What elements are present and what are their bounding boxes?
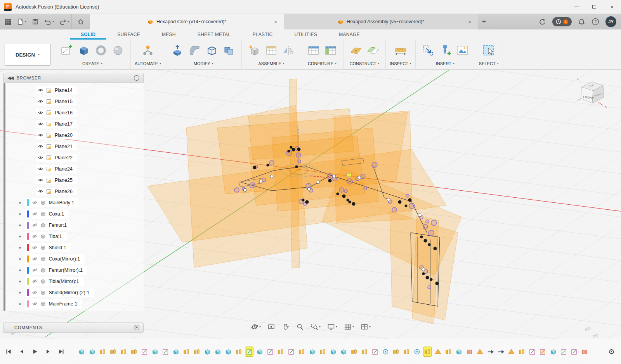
timeline-feature-joint[interactable] [182, 347, 190, 356]
group-label-select[interactable]: SELECT▾ [479, 61, 499, 66]
shell-button[interactable] [203, 41, 220, 60]
group-label-inspect[interactable]: INSPECT▾ [390, 61, 411, 66]
timeline-feature-sketch[interactable] [141, 347, 148, 356]
visibility-eye-off-icon[interactable] [32, 200, 37, 205]
sync-status-icon[interactable] [539, 18, 546, 26]
comments-bar[interactable]: COMMENTS + [3, 323, 144, 333]
timeline-feature-sketch[interactable] [570, 347, 578, 356]
maximize-button[interactable] [585, 0, 603, 14]
visibility-eye-off-icon[interactable] [32, 212, 37, 216]
browser-component-row[interactable]: ▸ Tibia(Mirror):1 [3, 276, 144, 287]
visibility-eye-icon[interactable] [38, 110, 43, 115]
zoom-window-button[interactable]: ▾ [310, 322, 321, 331]
measure-button[interactable] [392, 41, 409, 60]
viewports-button[interactable]: ▾ [360, 322, 371, 331]
minimize-button[interactable] [567, 0, 585, 14]
workspace-selector[interactable]: DESIGN▾ [5, 44, 50, 66]
timeline-feature-boxr[interactable] [465, 347, 473, 356]
document-tab-hexapod-core[interactable]: Hexapod Core (v14~recovered)* × [90, 14, 284, 29]
timeline-feature-box[interactable] [308, 347, 316, 356]
home-tab-button[interactable] [71, 14, 90, 29]
collapse-browser-icon[interactable]: ◀◀ [7, 75, 13, 81]
browser-plane-row[interactable]: Plane24 [3, 163, 144, 174]
configuration-table-button[interactable] [305, 41, 322, 60]
timeline-feature-joint[interactable] [392, 347, 400, 356]
mirror-button[interactable] [280, 41, 297, 60]
timeline-feature-box[interactable] [172, 347, 180, 356]
timeline-feature-sketch[interactable] [371, 347, 379, 356]
browser-scrollbar[interactable] [3, 83, 5, 311]
configuration-theme-button[interactable] [322, 41, 339, 60]
timeline-step-back-button[interactable] [18, 348, 26, 355]
insert-canvas-button[interactable] [454, 41, 471, 60]
timeline-feature-tri[interactable] [476, 347, 484, 356]
browser-component-row[interactable]: ▸ Femur(Mirror):1 [3, 264, 144, 276]
timeline-feature-box[interactable] [329, 347, 337, 356]
browser-component-row[interactable]: ▸ MainBody:1 [3, 197, 144, 208]
browser-plane-row[interactable]: Plane26 [3, 186, 144, 197]
group-label-assemble[interactable]: ASSEMBLE▾ [258, 61, 284, 66]
bell-icon[interactable] [578, 18, 585, 26]
group-label-create[interactable]: CREATE▾ [82, 61, 102, 66]
help-icon[interactable]: ? [592, 18, 599, 26]
create-revolve-button[interactable] [92, 41, 109, 60]
visibility-eye-off-icon[interactable] [32, 245, 37, 250]
timeline-feature-box[interactable] [549, 347, 557, 356]
timeline-feature-sketch[interactable] [528, 347, 536, 356]
browser-component-row[interactable]: ▸ Femur:1 [3, 219, 144, 231]
browser-plane-row[interactable]: Plane25 [3, 174, 144, 186]
group-label-configure[interactable]: CONFIGURE▾ [308, 61, 337, 66]
timeline-feature-joint[interactable] [402, 347, 410, 356]
construct-midplane-button[interactable] [364, 41, 382, 60]
group-label-modify[interactable]: MODIFY▾ [194, 61, 213, 66]
browser-component-row[interactable]: ▸ Coxa:1 [3, 208, 144, 219]
visibility-eye-icon[interactable] [38, 189, 43, 193]
ribbon-tab-mesh[interactable]: MESH [151, 30, 187, 40]
job-status-button[interactable]: 1 [552, 17, 572, 26]
browser-plane-row[interactable]: Plane17 [3, 118, 144, 129]
visibility-eye-off-icon[interactable] [32, 268, 37, 272]
new-component-button[interactable] [246, 41, 263, 60]
timeline-feature-joint[interactable] [361, 347, 368, 356]
timeline-feature-circle[interactable] [413, 347, 421, 356]
browser-component-row[interactable]: ▸ Shield:1 [3, 242, 144, 253]
timeline-go-to-start-button[interactable] [5, 348, 12, 355]
gear-icon[interactable]: ⚙ [608, 347, 615, 356]
tab-close-button[interactable]: × [272, 18, 279, 25]
ribbon-tab-solid[interactable]: SOLID [70, 30, 106, 40]
add-comment-icon[interactable]: + [134, 325, 139, 330]
timeline-feature-joint[interactable] [235, 347, 243, 356]
fillet-button[interactable] [186, 41, 203, 60]
timeline-feature-circle[interactable] [382, 347, 389, 356]
expand-arrow-icon[interactable]: ▸ [19, 200, 22, 205]
timeline-feature-joint[interactable] [109, 347, 117, 356]
timeline-feature-box[interactable] [340, 347, 347, 356]
ribbon-tab-utilities[interactable]: UTILITIES [284, 30, 328, 40]
timeline-feature-sketch[interactable] [287, 347, 295, 356]
group-label-construct[interactable]: CONSTRUCT▾ [350, 61, 380, 66]
visibility-eye-off-icon[interactable] [32, 302, 37, 306]
timeline-feature-arrow[interactable] [486, 347, 494, 356]
undo-button[interactable]: ▾ [42, 16, 56, 28]
timeline-step-forward-button[interactable] [44, 348, 52, 355]
select-button[interactable] [480, 41, 497, 60]
timeline-feature-box[interactable] [224, 347, 232, 356]
browser-plane-row[interactable]: Plane20 [3, 129, 144, 141]
press-pull-button[interactable] [169, 41, 186, 60]
close-button[interactable]: × [603, 0, 621, 14]
ribbon-tab-manage[interactable]: MANAGE [328, 30, 371, 40]
browser-plane-row[interactable]: Plane22 [3, 152, 144, 163]
expand-arrow-icon[interactable]: ▸ [19, 256, 22, 261]
expand-arrow-icon[interactable]: ▸ [19, 301, 22, 306]
look-at-button[interactable] [267, 322, 276, 331]
group-label-automate[interactable]: AUTOMATE▾ [135, 61, 161, 66]
visibility-eye-icon[interactable] [38, 122, 43, 126]
visibility-eye-icon[interactable] [38, 144, 43, 148]
visibility-eye-off-icon[interactable] [32, 279, 37, 283]
view-cube[interactable]: Z TOP FRONT RIGHT X [574, 75, 610, 111]
browser-plane-row[interactable]: Plane16 [3, 107, 144, 118]
minus-circle-icon[interactable]: − [134, 75, 139, 81]
timeline-feature-joint[interactable] [444, 347, 452, 356]
timeline-feature-sketch-green[interactable] [245, 347, 253, 356]
timeline-feature-tri[interactable] [507, 347, 515, 356]
